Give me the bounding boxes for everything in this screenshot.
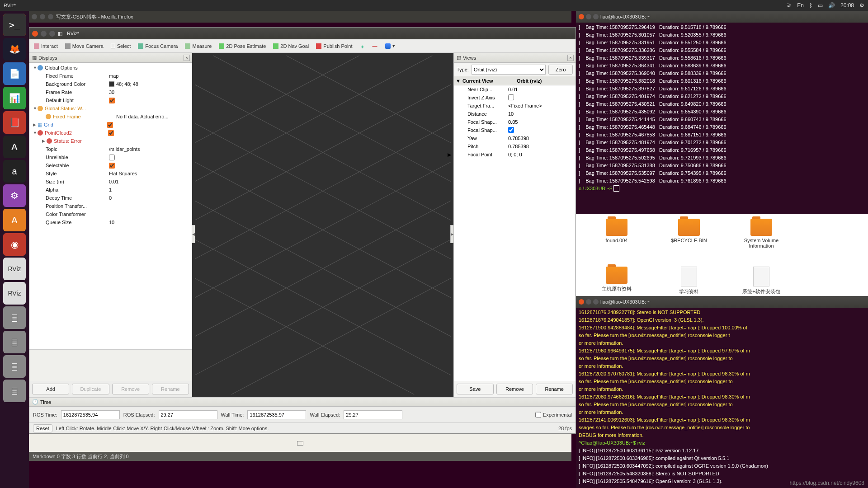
bluetooth-icon[interactable]: ᛒ xyxy=(809,2,812,9)
wifi-icon[interactable]: ⚞ xyxy=(787,2,792,9)
close-icon[interactable] xyxy=(32,31,38,37)
focal-shape-fixed-row[interactable]: Focal Shap... xyxy=(454,126,576,134)
distance-row[interactable]: Distance10 xyxy=(454,110,576,118)
top-menubar[interactable]: RViz* ⚞ En ᛒ ▭ 🔊 20:08 ⚙ xyxy=(0,0,868,11)
selectable-checkbox[interactable] xyxy=(109,163,115,169)
interact-tool[interactable]: Interact xyxy=(34,43,58,49)
close-panel-icon[interactable]: × xyxy=(184,55,190,61)
style-row[interactable]: StyleFlat Squares xyxy=(29,169,192,178)
ros-elapsed-field[interactable] xyxy=(159,410,217,419)
drive-icon-4[interactable]: ⌸ xyxy=(3,380,26,402)
pointcloud2-node[interactable]: ▼PointCloud2 xyxy=(29,129,192,137)
close-icon[interactable] xyxy=(579,299,584,305)
time-panel-header[interactable]: 🕓 Time xyxy=(29,398,576,407)
folder-recycle[interactable]: $RECYCLE.BIN xyxy=(662,219,716,243)
global-status-node[interactable]: ▼Global Status: W... xyxy=(29,104,192,113)
updater-icon[interactable]: A xyxy=(3,209,26,231)
rename-button[interactable]: Rename xyxy=(152,384,189,394)
folder-study[interactable]: 学习资料 xyxy=(662,267,716,295)
rviz-icon-2[interactable]: RViz xyxy=(3,282,26,305)
terminal-titlebar[interactable]: liao@liao-UX303UB: ~ xyxy=(576,296,868,308)
reset-button[interactable]: Reset xyxy=(33,424,52,432)
yaw-row[interactable]: Yaw0.785398 xyxy=(454,134,576,142)
maximize-icon[interactable] xyxy=(49,31,55,37)
default-light-checkbox[interactable] xyxy=(109,98,115,103)
invert-z-checkbox[interactable] xyxy=(508,94,514,100)
rviz-3d-viewport[interactable]: ◀ ▶ xyxy=(192,53,453,397)
min-icon[interactable] xyxy=(40,14,45,19)
frame-rate-row[interactable]: Frame Rate30 xyxy=(29,88,192,96)
add-tool[interactable]: ＋ xyxy=(360,43,365,49)
close-panel-icon[interactable]: × xyxy=(567,55,574,61)
fixed-frame-row[interactable]: Fixed Framemap xyxy=(29,72,192,80)
focal-shape-size-row[interactable]: Focal Shap...0.05 xyxy=(454,118,576,126)
views-tree[interactable]: ▼Current ViewOrbit (rviz) Near Clip ...0… xyxy=(454,76,576,381)
publish-point-tool[interactable]: Publish Point xyxy=(316,43,352,49)
duplicate-button[interactable]: Duplicate xyxy=(72,384,109,394)
invert-z-row[interactable]: Invert Z Axis xyxy=(454,94,576,102)
rename-view-button[interactable]: Rename xyxy=(536,384,573,394)
zero-button[interactable]: Zero xyxy=(548,65,573,75)
writer-icon[interactable]: 📄 xyxy=(3,62,26,85)
experimental-checkbox[interactable] xyxy=(535,410,541,419)
file-manager[interactable]: found.004 $RECYCLE.BIN System Volume Inf… xyxy=(576,214,868,296)
minimize-icon[interactable] xyxy=(41,31,47,37)
terminal-rosbag[interactable]: liao@liao-UX303UB: ~ ] Bag Time: 1587095… xyxy=(576,11,868,214)
drive-icon-2[interactable]: ⌸ xyxy=(3,331,26,353)
measure-tool[interactable]: Measure xyxy=(185,43,212,49)
max-icon[interactable] xyxy=(48,14,53,19)
folder-svi[interactable]: System Volume Information xyxy=(734,219,788,249)
displays-tree[interactable]: ▼Global Options Fixed Framemap Backgroun… xyxy=(29,63,192,349)
alpha-row[interactable]: Alpha1 xyxy=(29,186,192,194)
folder-found004[interactable]: found.004 xyxy=(590,219,644,243)
grid-node[interactable]: ▶▦Grid xyxy=(29,121,192,129)
terminal-rviz[interactable]: liao@liao-UX303UB: ~ 1612871876.24892277… xyxy=(576,296,868,488)
remove-tool[interactable]: — xyxy=(373,43,378,49)
terminal-icon[interactable]: >_ xyxy=(3,14,26,36)
unreliable-row[interactable]: Unreliable xyxy=(29,153,192,161)
terminal-titlebar[interactable]: liao@liao-UX303UB: ~ xyxy=(576,11,868,23)
save-view-button[interactable]: Save xyxy=(457,384,494,394)
minimize-icon[interactable] xyxy=(586,299,591,305)
nav-goal-tool[interactable]: 2D Nav Goal xyxy=(273,43,309,49)
rviz-icon[interactable]: RViz xyxy=(3,258,26,280)
focus-camera-tool[interactable]: Focus Camera xyxy=(138,43,178,49)
remove-view-button[interactable]: Remove xyxy=(496,384,533,394)
rviz-titlebar[interactable]: ◧ RViz* xyxy=(29,28,576,39)
target-frame-row[interactable]: Target Fra...<Fixed Frame> xyxy=(454,102,576,110)
pos-transform-row[interactable]: Position Transfor... xyxy=(29,202,192,210)
focal-shape-checkbox[interactable] xyxy=(508,127,514,133)
current-view-row[interactable]: ▼Current ViewOrbit (rviz) xyxy=(454,76,576,85)
layout-icon[interactable] xyxy=(297,441,303,446)
software-icon[interactable]: A xyxy=(3,136,26,158)
calc-icon[interactable]: 📊 xyxy=(3,87,26,109)
remove-button[interactable]: Remove xyxy=(112,384,149,394)
camera-dropdown[interactable]: ▾ xyxy=(385,43,395,49)
focal-point-row[interactable]: ▶Focal Point0; 0; 0 xyxy=(454,150,576,159)
move-camera-tool[interactable]: Move Camera xyxy=(65,43,104,49)
global-options-node[interactable]: ▼Global Options xyxy=(29,64,192,72)
drive-icon-3[interactable]: ⌸ xyxy=(3,355,26,378)
topic-row[interactable]: Topic/rslidar_points xyxy=(29,145,192,153)
decay-row[interactable]: Decay Time0 xyxy=(29,194,192,202)
volume-icon[interactable]: 🔊 xyxy=(828,2,835,9)
unreliable-checkbox[interactable] xyxy=(109,155,115,160)
close-icon[interactable] xyxy=(579,14,584,19)
pitch-row[interactable]: Pitch0.785398 xyxy=(454,142,576,150)
add-button[interactable]: Add xyxy=(32,384,69,394)
maximize-icon[interactable] xyxy=(593,14,599,19)
system-tray[interactable]: ⚞ En ᛒ ▭ 🔊 20:08 ⚙ xyxy=(787,2,864,9)
bg-color-row[interactable]: Background Color48; 48; 48 xyxy=(29,80,192,88)
minimize-icon[interactable] xyxy=(586,14,591,19)
selectable-row[interactable]: Selectable xyxy=(29,161,192,169)
firefox-icon[interactable]: 🦊 xyxy=(3,38,26,61)
settings-icon[interactable]: ⚙ xyxy=(3,184,26,207)
pose-estimate-tool[interactable]: 2D Pose Estimate xyxy=(219,43,266,49)
near-clip-row[interactable]: Near Clip ...0.01 xyxy=(454,85,576,94)
collapse-right-icon[interactable]: ▶ xyxy=(450,225,454,243)
queue-size-row[interactable]: Queue Size10 xyxy=(29,218,192,226)
reader-icon[interactable]: ◉ xyxy=(3,233,26,256)
clock[interactable]: 20:08 xyxy=(840,2,854,9)
folder-install[interactable]: 系统+软件安装包 xyxy=(734,267,788,295)
view-type-select[interactable]: Orbit (rviz) xyxy=(472,65,546,75)
